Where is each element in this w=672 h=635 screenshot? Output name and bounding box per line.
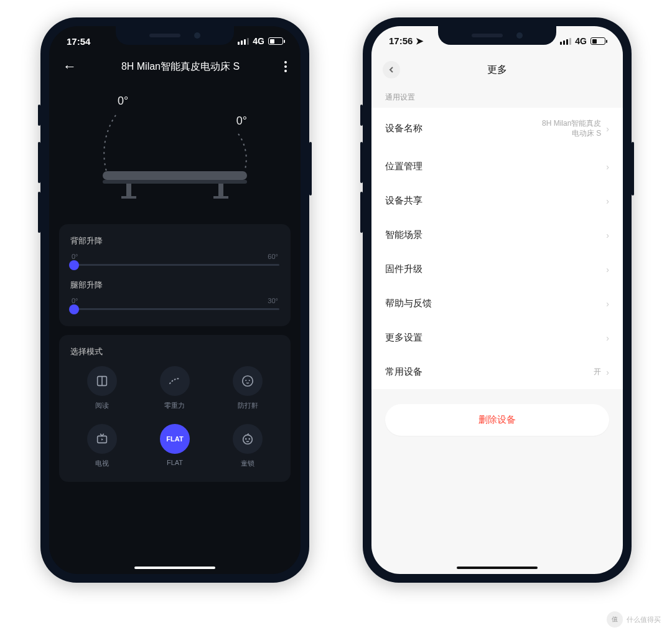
- row-firmware[interactable]: 固件升级 ›: [371, 252, 623, 286]
- row-scene[interactable]: 智能场景 ›: [371, 218, 623, 252]
- svg-point-12: [250, 438, 250, 439]
- svg-rect-4: [218, 184, 223, 197]
- row-label: 设备名称: [385, 123, 422, 134]
- back-button[interactable]: ←: [63, 60, 77, 73]
- watermark: 值 什么值得买: [607, 611, 661, 628]
- notch: [438, 26, 556, 45]
- leg-slider-min: 0°: [72, 297, 78, 304]
- row-label: 帮助与反馈: [385, 298, 432, 309]
- book-icon: [87, 366, 117, 396]
- network-label: 4G: [253, 36, 264, 46]
- battery-icon: [268, 37, 283, 45]
- chevron-right-icon: ›: [606, 367, 609, 378]
- home-indicator[interactable]: [134, 567, 215, 569]
- leg-slider-block: 腿部升降 0° 30°: [70, 280, 279, 310]
- delete-device-button[interactable]: 删除设备: [385, 404, 609, 436]
- mode-zero-gravity[interactable]: 零重力: [138, 366, 211, 410]
- battery-icon: [590, 37, 605, 45]
- row-label: 智能场景: [385, 229, 422, 241]
- leg-angle-label: 0°: [236, 115, 247, 128]
- svg-rect-1: [103, 180, 247, 184]
- row-common-device[interactable]: 常用设备 开›: [371, 355, 623, 389]
- more-menu-button[interactable]: [284, 61, 287, 72]
- sleep-face-icon: [233, 366, 263, 396]
- mode-label: 防打鼾: [238, 401, 258, 410]
- svg-point-10: [243, 435, 253, 444]
- section-header: 通用设置: [371, 83, 623, 108]
- bed-icon: [82, 96, 268, 209]
- status-time: 17:54: [67, 36, 90, 47]
- leg-slider-max: 30°: [268, 297, 278, 304]
- row-value: 8H Milan智能真皮 电动床 S: [542, 119, 601, 138]
- mode-anti-snore[interactable]: 防打鼾: [212, 366, 284, 410]
- mode-tv[interactable]: 电视: [65, 424, 138, 468]
- notch: [116, 26, 234, 45]
- modes-card: 选择模式 阅读 零重力 防: [59, 335, 291, 482]
- nav-bar: 更多: [371, 56, 623, 83]
- svg-rect-5: [213, 196, 228, 199]
- flat-icon: FLAT: [160, 424, 190, 454]
- row-share[interactable]: 设备共享 ›: [371, 184, 623, 218]
- svg-rect-2: [126, 184, 131, 197]
- row-label: 更多设置: [385, 332, 422, 344]
- wave-icon: [160, 366, 190, 396]
- watermark-text: 什么值得买: [627, 615, 661, 624]
- mode-label: 阅读: [95, 401, 109, 410]
- tv-icon: [87, 424, 117, 454]
- leg-slider-label: 腿部升降: [70, 280, 279, 291]
- page-title: 更多: [487, 64, 507, 77]
- head-angle-label: 0°: [118, 95, 128, 108]
- child-icon: [233, 424, 263, 454]
- back-button[interactable]: [383, 61, 400, 78]
- signal-icon: [238, 38, 249, 45]
- back-slider[interactable]: [70, 264, 279, 266]
- chevron-right-icon: ›: [606, 298, 609, 309]
- mode-label: FLAT: [167, 459, 183, 466]
- mode-label: 电视: [95, 459, 109, 468]
- status-time: 17:56: [389, 35, 413, 46]
- chevron-right-icon: ›: [606, 161, 609, 172]
- signal-icon: [560, 38, 571, 45]
- back-slider-label: 背部升降: [70, 235, 279, 247]
- chevron-right-icon: ›: [606, 123, 609, 134]
- chevron-right-icon: ›: [606, 332, 609, 344]
- home-indicator[interactable]: [457, 567, 538, 569]
- mode-reading[interactable]: 阅读: [65, 366, 138, 410]
- row-more-settings[interactable]: 更多设置 ›: [371, 321, 623, 355]
- leg-slider[interactable]: [70, 308, 279, 310]
- phone-right: 17:56 ➤ 4G 更多 通用设置 设备名称 8H Milan智能真皮 电动床…: [363, 17, 632, 583]
- phone-left: 17:54 4G ← 8H Milan智能真皮电动床 S 0° 0°: [40, 17, 309, 583]
- location-icon: ➤: [416, 35, 424, 47]
- chevron-right-icon: ›: [606, 264, 609, 275]
- svg-rect-0: [103, 171, 247, 180]
- mode-flat[interactable]: FLAT FLAT: [138, 424, 211, 468]
- svg-point-8: [243, 376, 253, 387]
- mode-label: 零重力: [164, 401, 185, 410]
- row-value: 开: [594, 367, 601, 377]
- network-label: 4G: [575, 36, 587, 46]
- row-label: 固件升级: [385, 263, 422, 275]
- svg-rect-3: [121, 196, 136, 199]
- svg-point-11: [246, 438, 246, 439]
- row-label: 设备共享: [385, 195, 422, 207]
- row-label: 位置管理: [385, 161, 422, 172]
- row-help[interactable]: 帮助与反馈 ›: [371, 286, 623, 321]
- modes-header: 选择模式: [65, 345, 284, 366]
- chevron-right-icon: ›: [606, 195, 609, 207]
- row-label: 常用设备: [385, 366, 422, 378]
- back-slider-max: 60°: [268, 253, 278, 260]
- row-device-name[interactable]: 设备名称 8H Milan智能真皮 电动床 S›: [371, 108, 623, 149]
- back-slider-min: 0°: [72, 253, 78, 260]
- sliders-card: 背部升降 0° 60° 腿部升降 0° 30°: [59, 224, 291, 326]
- back-slider-block: 背部升降 0° 60°: [70, 235, 279, 266]
- page-title: 8H Milan智能真皮电动床 S: [121, 60, 240, 73]
- mode-child-lock[interactable]: 童锁: [212, 424, 284, 468]
- watermark-icon: 值: [607, 611, 623, 628]
- bed-illustration: 0° 0°: [49, 81, 301, 224]
- row-location[interactable]: 位置管理 ›: [371, 149, 623, 184]
- chevron-right-icon: ›: [606, 230, 609, 241]
- mode-label: 童锁: [241, 459, 254, 468]
- nav-bar: ← 8H Milan智能真皮电动床 S: [49, 56, 301, 81]
